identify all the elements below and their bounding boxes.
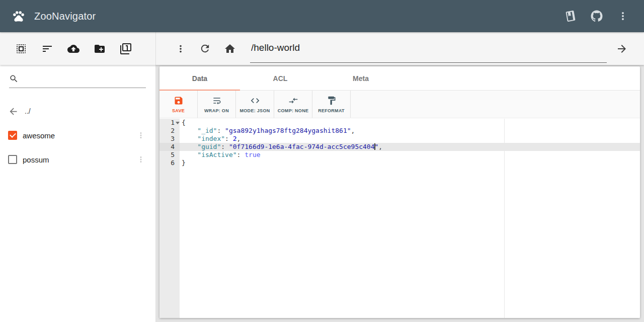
save-icon (174, 96, 184, 106)
tab-acl[interactable]: ACL (240, 66, 320, 90)
znode-label[interactable]: possum (23, 155, 49, 164)
gutter-line-number[interactable]: 5 (159, 151, 180, 159)
znode-menu-more-vert-icon[interactable] (136, 131, 145, 140)
action-bar (0, 32, 644, 65)
wrap-toggle-button[interactable]: WRAP: ON (198, 91, 236, 118)
save-label: SAVE (172, 108, 185, 113)
znode-detail-card: Data ACL Meta SAVE (159, 66, 640, 318)
active-tab-underline (159, 90, 240, 91)
gutter-line-number[interactable]: 1 (159, 119, 180, 127)
app-title: ZooNavigator (34, 11, 96, 22)
code-line[interactable]: "guid": "0f7166d9-1e6a-4fac-974d-acc5ce9… (180, 143, 640, 151)
address-bar (156, 32, 644, 65)
znode-list-item: possum (0, 147, 155, 172)
mode-button[interactable]: MODE: JSON (236, 91, 274, 118)
wrap-label: WRAP: ON (204, 108, 229, 113)
app-bar-actions (565, 10, 629, 22)
upload-icon[interactable] (67, 43, 79, 55)
code-line[interactable]: } (180, 159, 640, 167)
filter-1-icon[interactable] (120, 43, 132, 55)
compression-label: COMP: NONE (278, 108, 309, 113)
create-folder-icon[interactable] (94, 43, 106, 55)
app-bar: ZooNavigator (0, 0, 644, 32)
tab-label: Data (192, 74, 207, 83)
znode-list-item: awesome (0, 123, 155, 147)
tab-data[interactable]: Data (159, 66, 240, 90)
reformat-button[interactable]: REFORMAT (312, 91, 351, 118)
compare-arrows-icon (288, 96, 298, 106)
editor-toolbar: SAVE WRAP: ON MODE: JSON COMP: NONE (159, 91, 640, 118)
search-icon (9, 74, 19, 84)
code-editor[interactable]: 123456 { "_id": "gsa892y1hags78ftg284yga… (159, 119, 640, 318)
code-line[interactable]: { (180, 119, 640, 127)
app-menu-more-vert-icon[interactable] (617, 10, 629, 22)
home-icon[interactable] (224, 43, 236, 55)
address-menu-more-vert-icon[interactable] (175, 43, 186, 54)
znode-label[interactable]: awesome (23, 131, 55, 140)
go-arrow-icon[interactable] (616, 43, 628, 55)
path-input[interactable] (250, 40, 607, 63)
compression-button[interactable]: COMP: NONE (274, 91, 312, 118)
select-all-icon[interactable] (15, 43, 27, 55)
znode-checkbox[interactable] (8, 131, 17, 140)
gutter-line-number[interactable]: 4 (159, 143, 180, 151)
search-input[interactable] (23, 75, 146, 83)
gutter-line-number[interactable]: 3 (159, 135, 180, 143)
code-icon (250, 96, 260, 106)
paw-logo-icon (12, 10, 25, 23)
fold-toggle-icon[interactable] (176, 122, 180, 124)
save-button[interactable]: SAVE (159, 91, 198, 118)
editor-gutter: 123456 (159, 119, 180, 318)
docs-book-icon[interactable] (564, 9, 578, 23)
parent-directory-item[interactable]: ../ (0, 99, 155, 123)
node-actions-toolbar (0, 32, 156, 65)
editor-code[interactable]: { "_id": "gsa892y1hags78ftg284ygashit861… (180, 119, 640, 318)
gutter-line-number[interactable]: 2 (159, 127, 180, 135)
gutter-line-number[interactable]: 6 (159, 159, 180, 167)
main-area: Data ACL Meta SAVE (156, 65, 644, 322)
parent-directory-label: ../ (25, 107, 31, 115)
refresh-icon[interactable] (199, 43, 211, 54)
tab-bar: Data ACL Meta (159, 66, 640, 91)
tab-meta[interactable]: Meta (320, 66, 401, 90)
reformat-label: REFORMAT (318, 108, 345, 113)
tab-label: Meta (353, 74, 369, 83)
code-line[interactable]: "isActive": true (180, 151, 640, 159)
sidebar: ../ awesome possum (0, 65, 156, 322)
tab-label: ACL (273, 74, 288, 83)
znode-menu-more-vert-icon[interactable] (136, 155, 145, 164)
znode-checkbox[interactable] (8, 155, 17, 164)
search-field (9, 74, 146, 88)
code-line[interactable]: "index": 2, (180, 135, 640, 143)
github-icon[interactable] (591, 10, 603, 22)
arrow-back-icon (8, 106, 19, 117)
sort-icon[interactable] (41, 43, 53, 55)
code-line[interactable]: "_id": "gsa892y1hags78ftg284ygashit861", (180, 127, 640, 135)
format-paint-icon (327, 96, 337, 106)
mode-label: MODE: JSON (239, 108, 270, 113)
wrap-text-icon (212, 96, 222, 106)
